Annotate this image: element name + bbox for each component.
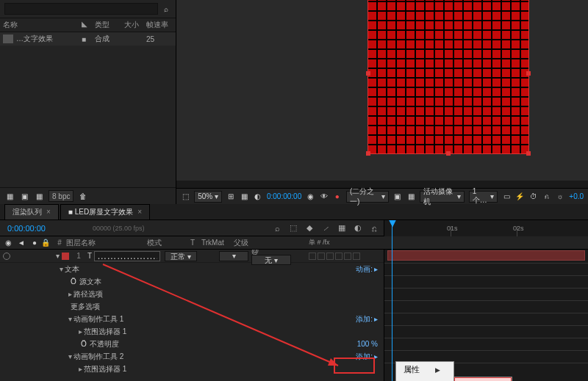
prop-range-selector-1[interactable]: 范围选择器 1 [84,327,126,337]
search-icon[interactable]: ⌕ [272,223,282,233]
twirl-icon[interactable]: ▸ [76,365,84,373]
camera-dropdown[interactable]: 活动摄像机▾ [420,191,465,203]
twirl-icon[interactable]: ▾ [66,315,74,323]
add-menu-button-2[interactable]: 添加:▸ [356,352,384,362]
col-layer-name[interactable]: 图层名称 [66,238,147,248]
views-dropdown[interactable]: 1个…▾ [469,191,498,203]
visibility-toggle[interactable] [3,253,10,260]
menu-item-property[interactable]: 属性▶ [396,362,453,377]
viewer-scrollbar-h[interactable] [176,181,588,188]
channel-icon[interactable]: ● [333,192,342,202]
handle-mid-right[interactable] [526,71,531,76]
layer-color-label[interactable] [62,253,69,260]
twirl-icon[interactable]: ▸ [66,290,74,298]
roi-icon[interactable]: ▣ [393,192,402,202]
tab-composition[interactable]: ■ LED屏显文字效果× [60,204,150,219]
frame-blend-icon[interactable]: ▦ [337,223,347,233]
prop-range-selector-1b[interactable]: 范围选择器 1 [84,364,126,374]
prop-text-group[interactable]: 文本 [65,264,79,275]
close-icon[interactable]: × [137,208,142,216]
col-mode[interactable]: 模式 [147,238,184,248]
context-submenu: 范围 [453,377,512,381]
fast-preview-icon[interactable]: ⚡ [515,192,524,202]
pixel-aspect-icon[interactable]: ▭ [502,192,511,202]
layer-duration-bar[interactable] [387,250,585,261]
add-menu-button[interactable]: 添加:▸ [356,314,384,324]
handle-mid-left[interactable] [366,71,370,76]
blend-mode-dropdown[interactable]: 正常 ▾ [165,251,197,261]
col-label-icon[interactable]: ◣ [82,20,95,30]
prop-more-options[interactable]: 更多选项 [71,302,100,312]
col-index[interactable]: # [53,239,66,247]
animate-menu-button[interactable]: 动画:▸ [356,264,384,275]
mag-icon[interactable]: ⬚ [181,192,190,202]
audio-column-icon[interactable]: ◄ [16,238,26,248]
show-snapshot-icon[interactable]: 👁 [319,192,328,202]
project-item-label: ■ [82,35,95,43]
motion-blur-icon[interactable]: ◐ [353,223,363,233]
comp-layer-bounds[interactable] [368,0,529,154]
handle-bot-mid[interactable] [446,151,451,156]
timeline-icon[interactable]: ⏱ [529,192,538,202]
layer-name-input[interactable] [94,251,160,261]
lock-column-icon[interactable]: 🔒 [41,239,53,247]
col-type[interactable]: 类型 [95,20,124,30]
prop-path-options[interactable]: 路径选项 [74,289,103,300]
prop-animator-1[interactable]: 动画制作工具 1 [74,314,123,324]
project-item-row[interactable]: …文字效果 ■ 合成 25 [0,32,176,46]
time-ruler[interactable]: 01s 02s [384,220,588,236]
twirl-icon[interactable]: ▾ [53,252,62,260]
graph-editor-icon[interactable]: ⎌ [369,223,379,233]
shy-icon[interactable]: ⟋ [320,223,331,233]
interpret-icon[interactable]: ▦ [4,191,15,201]
safe-zones-icon[interactable]: ⊞ [226,192,235,202]
col-parent[interactable]: 父级 [234,238,278,248]
col-trkmat[interactable]: TrkMat [201,239,234,247]
tab-render-queue[interactable]: 渲染队列× [4,204,59,219]
col-switches[interactable]: 单 # /fx [309,238,384,247]
twirl-icon[interactable]: ▸ [76,327,84,335]
stopwatch-icon[interactable]: Ö [71,277,76,286]
zoom-dropdown[interactable]: 50%▾ [194,191,222,203]
col-name[interactable]: 名称 [3,20,82,30]
project-search-input[interactable] [4,3,158,15]
comp-mini-flowchart-icon[interactable]: ⬚ [288,223,298,233]
stopwatch-icon[interactable]: Ö [81,340,87,348]
resolution-dropdown[interactable]: (二分之一)▾ [346,191,389,203]
viewer-timecode[interactable]: 0:00:00:00 [267,192,301,200]
bpc-button[interactable]: 8 bpc [49,190,74,202]
new-folder-icon[interactable]: ▣ [19,191,29,201]
col-t[interactable]: T [184,239,201,247]
grid-icon[interactable]: ▦ [240,192,248,202]
flowchart-icon[interactable]: ⎌ [542,192,551,202]
draft3d-icon[interactable]: ◆ [304,223,315,233]
viewer-canvas[interactable] [176,0,588,181]
reset-exposure-icon[interactable]: ☼ [556,192,564,202]
col-size[interactable]: 大小 [124,20,146,30]
snapshot-icon[interactable]: ◉ [306,192,315,202]
menu-item-selector[interactable]: 选择器▶ [396,377,453,381]
prop-animator-2[interactable]: 动画制作工具 2 [74,352,123,362]
menu-item-range[interactable]: 范围 [454,377,512,381]
timeline-timecode[interactable]: 0:00:00:00 [0,224,96,233]
prop-opacity[interactable]: 不透明度 [90,339,119,349]
trash-icon[interactable]: 🗑 [78,191,88,201]
video-column-icon[interactable]: ◉ [3,238,13,248]
trkmat-dropdown[interactable]: ▾ [219,251,248,261]
handle-bot-right[interactable] [526,151,531,156]
new-comp-icon[interactable]: ▦ [34,191,44,201]
exposure-value[interactable]: +0.0 [569,192,584,200]
current-time-indicator[interactable] [389,220,396,228]
prop-source-text[interactable]: 源文本 [79,277,101,287]
mask-toggle-icon[interactable]: ◐ [254,192,262,202]
search-icon: ⌕ [161,4,171,14]
close-icon[interactable]: × [46,208,51,216]
col-framerate[interactable]: 帧速率 [146,20,173,30]
solo-column-icon[interactable]: ● [29,238,40,248]
parent-dropdown[interactable]: 无 ▾ [251,255,291,265]
handle-bot-left[interactable] [366,151,370,156]
transparency-grid-icon[interactable]: ▦ [406,192,415,202]
twirl-icon[interactable]: ▾ [66,352,74,360]
opacity-value[interactable]: 100 % [357,340,378,348]
twirl-icon[interactable]: ▾ [57,265,65,273]
